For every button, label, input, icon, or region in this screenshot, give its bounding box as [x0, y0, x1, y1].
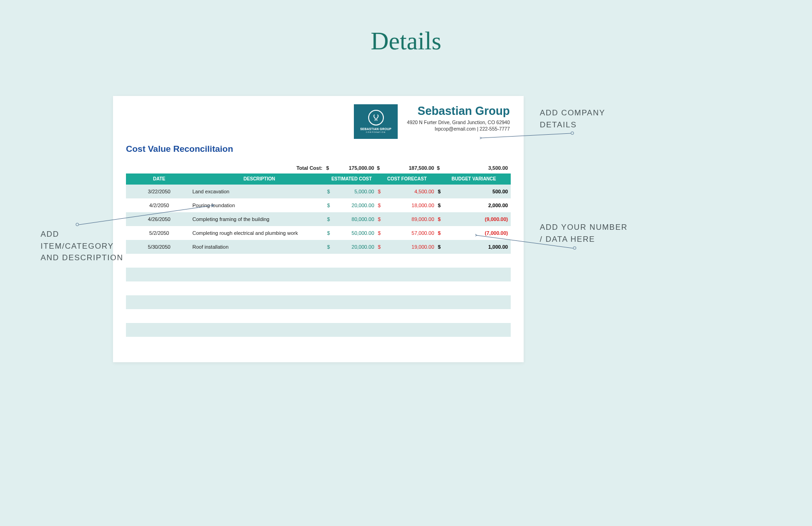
table-row[interactable] [126, 254, 511, 268]
cell-date[interactable]: 3/22/2050 [126, 185, 192, 198]
totals-row: Total Cost: $175,000.00 $187,500.00 $3,5… [126, 162, 511, 173]
cell-variance[interactable]: $2,000.00 [437, 198, 511, 212]
col-date: DATE [126, 173, 192, 185]
cell-description[interactable]: Completing rough electrical and plumbing… [192, 226, 326, 240]
callout-dot [573, 246, 576, 250]
cell-date[interactable]: 5/30/2050 [126, 240, 192, 254]
page-title: Details [0, 0, 812, 55]
table-row[interactable]: 5/2/2050Completing rough electrical and … [126, 226, 511, 240]
table-header: DATE DESCRIPTION ESTIMATED COST COST FOR… [126, 173, 511, 185]
table-row[interactable] [126, 295, 511, 309]
table-row[interactable] [126, 268, 511, 281]
cell-variance[interactable]: $500.00 [437, 185, 511, 198]
cell-date[interactable]: 4/2/2050 [126, 198, 192, 212]
cell-estimated[interactable]: $20,000.00 [326, 198, 377, 212]
cell-description[interactable]: Pouring foundation [192, 198, 326, 212]
cell-forecast[interactable]: $57,000.00 [377, 226, 437, 240]
table-row[interactable]: 4/26/2050Completing framing of the build… [126, 212, 511, 226]
cell-description[interactable]: Roof installation [192, 240, 326, 254]
logo-icon [368, 110, 384, 126]
table-row[interactable] [126, 309, 511, 323]
cell-forecast[interactable]: $4,500.00 [377, 185, 437, 198]
callout-data: ADD YOUR NUMBER / DATA HERE [540, 221, 627, 245]
table-row[interactable] [126, 281, 511, 295]
table-row[interactable] [126, 323, 511, 337]
header: SEBASTIAN GROUP CORPORATION Sebastian Gr… [354, 104, 510, 139]
cell-date[interactable]: 5/2/2050 [126, 226, 192, 240]
company-address: 4920 N Furter Drive, Grand Junction, CO … [407, 120, 510, 125]
table-row[interactable]: 3/22/2050Land excavation$5,000.00$4,500.… [126, 185, 511, 198]
cell-estimated[interactable]: $20,000.00 [326, 240, 377, 254]
cell-forecast[interactable]: $19,000.00 [377, 240, 437, 254]
company-details: Sebastian Group 4920 N Furter Drive, Gra… [407, 104, 510, 132]
cell-description[interactable]: Completing framing of the building [192, 212, 326, 226]
cell-date[interactable]: 4/26/2050 [126, 212, 192, 226]
cell-variance[interactable]: $(9,000.00) [437, 212, 511, 226]
cell-variance[interactable]: $(7,000.00) [437, 226, 511, 240]
total-cost-label: Total Cost: [126, 162, 326, 173]
worksheet: SEBASTIAN GROUP CORPORATION Sebastian Gr… [113, 96, 524, 362]
col-variance: BUDGET VARIANCE [437, 173, 511, 185]
logo-text-2: CORPORATION [366, 131, 386, 133]
total-forecast: $187,500.00 [377, 162, 437, 173]
cell-description[interactable]: Land excavation [192, 185, 326, 198]
col-forecast: COST FORECAST [377, 173, 437, 185]
cell-variance[interactable]: $1,000.00 [437, 240, 511, 254]
total-estimated: $175,000.00 [326, 162, 377, 173]
logo-text-1: SEBASTIAN GROUP [360, 127, 392, 131]
table-body: 3/22/2050Land excavation$5,000.00$4,500.… [126, 185, 511, 351]
callout-dot [76, 223, 79, 226]
callout-item-description: ADD ITEM/CATEGORY AND DESCRIPTION [41, 228, 123, 264]
table-row[interactable]: 4/2/2050Pouring foundation$20,000.00$18,… [126, 198, 511, 212]
cell-estimated[interactable]: $50,000.00 [326, 226, 377, 240]
callout-dot [571, 132, 574, 135]
cell-estimated[interactable]: $5,000.00 [326, 185, 377, 198]
table-row[interactable] [126, 337, 511, 351]
table-row[interactable]: 5/30/2050Roof installation$20,000.00$19,… [126, 240, 511, 254]
company-name: Sebastian Group [407, 104, 510, 118]
cell-forecast[interactable]: $18,000.00 [377, 198, 437, 212]
company-contact: lxpcop@email.com | 222-555-7777 [407, 126, 510, 132]
total-variance: $3,500.00 [437, 162, 511, 173]
cell-forecast[interactable]: $89,000.00 [377, 212, 437, 226]
cell-estimated[interactable]: $80,000.00 [326, 212, 377, 226]
col-estimated: ESTIMATED COST [326, 173, 377, 185]
callout-company-details: ADD COMPANY DETAILS [540, 107, 605, 131]
col-description: DESCRIPTION [192, 173, 326, 185]
company-logo: SEBASTIAN GROUP CORPORATION [354, 104, 398, 139]
report-title: Cost Value Reconcilitaion [126, 144, 233, 154]
